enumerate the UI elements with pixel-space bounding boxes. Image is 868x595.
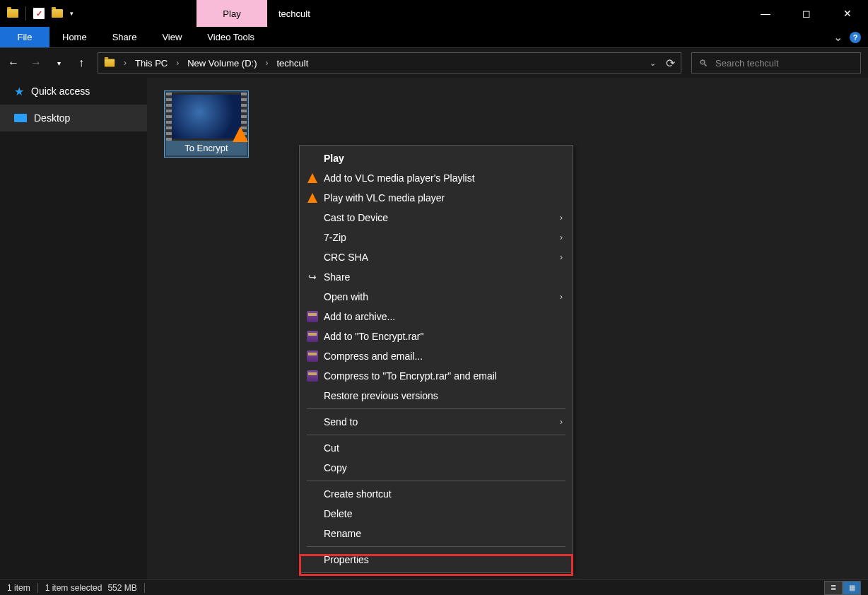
winrar-icon xyxy=(307,311,318,322)
minimize-button[interactable]: — xyxy=(745,0,786,27)
file-tab[interactable]: File xyxy=(0,27,49,47)
help-icon[interactable]: ? xyxy=(850,32,861,43)
ctx-open-with[interactable]: Open with› xyxy=(300,287,573,307)
vlc-icon xyxy=(307,193,317,203)
tab-share[interactable]: Share xyxy=(100,27,150,47)
separator xyxy=(307,481,565,481)
folder-icon xyxy=(105,59,115,67)
breadcrumb-folder[interactable]: techcult xyxy=(276,58,308,69)
submenu-arrow-icon: › xyxy=(560,417,563,427)
nav-recent-dropdown[interactable]: ▾ xyxy=(52,59,65,67)
submenu-arrow-icon: › xyxy=(560,292,563,302)
ctx-create-shortcut[interactable]: Create shortcut xyxy=(300,484,573,504)
search-placeholder: Search techcult xyxy=(715,58,779,69)
nav-back-button[interactable]: ← xyxy=(7,57,20,69)
file-name-label: To Encrypt xyxy=(166,141,247,155)
window-title: techcult xyxy=(278,8,310,19)
sidebar-item-label: Quick access xyxy=(31,86,90,97)
sidebar-item-label: Desktop xyxy=(34,112,70,124)
context-tab-play[interactable]: Play xyxy=(197,0,267,27)
context-menu: Play Add to VLC media player's Playlist … xyxy=(299,145,573,573)
ctx-share[interactable]: ↪Share xyxy=(300,267,573,287)
ctx-compress-rar-email[interactable]: Compress to "To Encrypt.rar" and email xyxy=(300,366,573,386)
separator xyxy=(307,408,565,409)
properties-icon[interactable]: ✓ xyxy=(30,5,47,22)
new-folder-icon[interactable] xyxy=(49,5,66,22)
ctx-7zip[interactable]: 7-Zip› xyxy=(300,228,573,247)
qat-dropdown-icon[interactable]: ▾ xyxy=(67,10,76,17)
share-icon: ↪ xyxy=(305,270,319,284)
refresh-icon[interactable]: ⟳ xyxy=(666,57,675,70)
ctx-play[interactable]: Play xyxy=(300,148,573,168)
chevron-right-icon[interactable]: › xyxy=(172,58,183,68)
ctx-cast-to-device[interactable]: Cast to Device› xyxy=(300,208,573,228)
nav-forward-button[interactable]: → xyxy=(30,57,42,69)
ctx-restore-previous-versions[interactable]: Restore previous versions xyxy=(300,386,573,406)
winrar-icon xyxy=(307,350,318,362)
address-bar[interactable]: › This PC › New Volume (D:) › techcult ⌄… xyxy=(98,52,681,73)
title-bar: ✓ ▾ Play techcult — ◻ ✕ xyxy=(0,0,868,27)
ctx-add-to-rar[interactable]: Add to "To Encrypt.rar" xyxy=(300,326,573,346)
ctx-send-to[interactable]: Send to› xyxy=(300,412,573,432)
status-item-count: 1 item xyxy=(7,583,30,593)
ctx-compress-email[interactable]: Compress and email... xyxy=(300,346,573,366)
tab-home[interactable]: Home xyxy=(49,27,100,47)
vlc-icon xyxy=(233,126,248,142)
submenu-arrow-icon: › xyxy=(560,232,563,242)
vlc-icon xyxy=(307,173,317,183)
separator xyxy=(307,546,565,547)
status-selected-count: 1 item selected xyxy=(45,583,102,593)
submenu-arrow-icon: › xyxy=(560,213,563,223)
separator xyxy=(144,583,145,593)
submenu-arrow-icon: › xyxy=(560,252,563,262)
ctx-rename[interactable]: Rename xyxy=(300,524,573,543)
chevron-right-icon[interactable]: › xyxy=(119,58,131,68)
view-details-button[interactable]: ≣ xyxy=(824,581,843,595)
breadcrumb-volume[interactable]: New Volume (D:) xyxy=(187,58,257,69)
navigation-bar: ← → ▾ ↑ › This PC › New Volume (D:) › te… xyxy=(0,48,868,78)
search-box[interactable]: 🔍︎ Search techcult xyxy=(691,52,861,73)
sidebar-item-quick-access[interactable]: ★ Quick access xyxy=(0,78,147,105)
details-view-icon: ≣ xyxy=(831,584,836,591)
ribbon-collapse-icon[interactable]: ⌄ xyxy=(833,30,843,44)
ctx-play-vlc[interactable]: Play with VLC media player xyxy=(300,188,573,208)
ribbon-tabs: File Home Share View Video Tools ⌄ ? xyxy=(0,27,868,48)
winrar-icon xyxy=(307,331,318,342)
search-icon: 🔍︎ xyxy=(699,58,708,69)
ctx-add-vlc-playlist[interactable]: Add to VLC media player's Playlist xyxy=(300,168,573,188)
video-thumbnail xyxy=(166,93,247,141)
ctx-cut[interactable]: Cut xyxy=(300,438,573,458)
separator xyxy=(25,6,26,20)
file-item[interactable]: To Encrypt xyxy=(164,90,249,158)
winrar-icon xyxy=(307,370,318,382)
ctx-add-to-archive[interactable]: Add to archive... xyxy=(300,307,573,326)
separator xyxy=(307,435,565,435)
maximize-button[interactable]: ◻ xyxy=(786,0,827,27)
quick-access-toolbar: ✓ ▾ xyxy=(0,5,76,22)
nav-up-button[interactable]: ↑ xyxy=(75,57,88,69)
tab-video-tools[interactable]: Video Tools xyxy=(194,27,267,47)
desktop-icon xyxy=(14,114,27,122)
chevron-right-icon[interactable]: › xyxy=(261,58,272,68)
sidebar-item-desktop[interactable]: Desktop xyxy=(0,105,147,131)
status-bar: 1 item 1 item selected 552 MB ≣ ▦ xyxy=(0,579,868,595)
close-button[interactable]: ✕ xyxy=(827,0,868,27)
address-dropdown-icon[interactable]: ⌄ xyxy=(650,59,656,68)
status-selected-size: 552 MB xyxy=(107,583,136,593)
ctx-properties[interactable]: Properties xyxy=(300,550,573,570)
thumbnails-view-icon: ▦ xyxy=(849,584,855,591)
ctx-copy[interactable]: Copy xyxy=(300,458,573,478)
ctx-crc-sha[interactable]: CRC SHA› xyxy=(300,247,573,267)
ctx-delete[interactable]: Delete xyxy=(300,504,573,524)
tab-view[interactable]: View xyxy=(149,27,194,47)
star-icon: ★ xyxy=(14,85,24,98)
folder-icon[interactable] xyxy=(4,5,21,22)
breadcrumb-this-pc[interactable]: This PC xyxy=(135,58,168,69)
separator xyxy=(37,583,38,593)
navigation-pane: ★ Quick access Desktop xyxy=(0,78,147,579)
window-controls: — ◻ ✕ xyxy=(745,0,868,27)
view-thumbnails-button[interactable]: ▦ xyxy=(843,581,861,595)
